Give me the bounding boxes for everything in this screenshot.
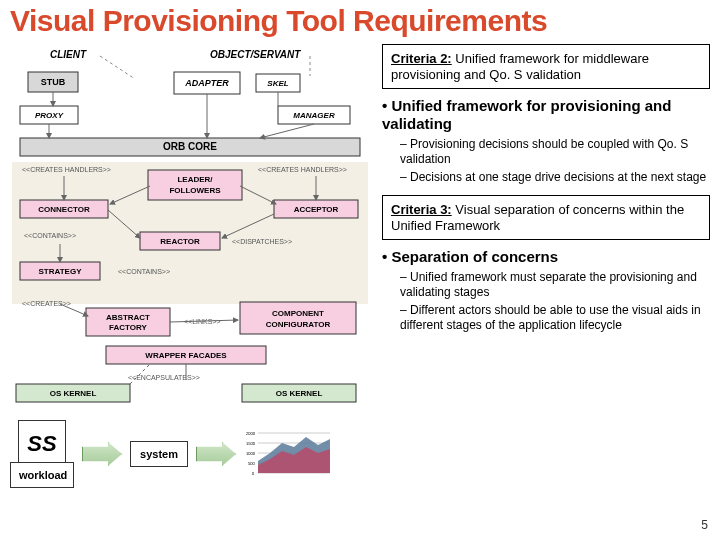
- svg-text:MANAGER: MANAGER: [293, 111, 335, 120]
- workload-callout: workload: [10, 462, 74, 488]
- criteria-3-label: Criteria 3:: [391, 202, 452, 217]
- svg-text:OS  KERNEL: OS KERNEL: [276, 389, 323, 398]
- mini-area-chart: 2000 1500 1000 500 0: [244, 427, 332, 481]
- ss-icon: SS: [18, 420, 66, 468]
- svg-text:<<CONTAINS>>: <<CONTAINS>>: [24, 232, 76, 239]
- svg-text:PROXY: PROXY: [35, 111, 64, 120]
- svg-text:500: 500: [248, 461, 255, 466]
- arrow-icon: [196, 442, 236, 466]
- svg-text:OS  KERNEL: OS KERNEL: [50, 389, 97, 398]
- svg-text:<<CREATES HANDLERS>>: <<CREATES HANDLERS>>: [258, 166, 347, 173]
- svg-text:2000: 2000: [246, 431, 256, 436]
- arrow-icon: [82, 442, 122, 466]
- svg-text:FOLLOWERS: FOLLOWERS: [169, 186, 221, 195]
- bullet-2-head: • Separation of concerns: [382, 248, 710, 266]
- svg-text:CONNECTOR: CONNECTOR: [38, 205, 90, 214]
- svg-line-58: [60, 304, 88, 316]
- svg-text:1500: 1500: [246, 441, 256, 446]
- svg-line-50: [260, 124, 314, 138]
- svg-text:ORB CORE: ORB CORE: [163, 141, 217, 152]
- svg-line-1: [100, 56, 135, 79]
- criteria-3-box: Criteria 3: Visual separation of concern…: [382, 195, 710, 240]
- svg-text:ABSTRACT: ABSTRACT: [106, 313, 150, 322]
- svg-text:STRATEGY: STRATEGY: [39, 267, 83, 276]
- svg-text:<<DISPATCHES>>: <<DISPATCHES>>: [232, 238, 292, 245]
- slide-title: Visual Provisioning Tool Requirements: [10, 4, 710, 38]
- svg-text:CONFIGURATOR: CONFIGURATOR: [266, 320, 331, 329]
- svg-text:<<CREATES HANDLERS>>: <<CREATES HANDLERS>>: [22, 166, 111, 173]
- label-client: CLIENT: [50, 49, 87, 60]
- svg-text:1000: 1000: [246, 451, 256, 456]
- bottom-flow: SS workload system 2000 1500 1000 500 0: [10, 420, 370, 488]
- svg-rect-36: [240, 302, 356, 334]
- bullet-2-subs: – Unified framework must separate the pr…: [400, 270, 710, 333]
- svg-text:COMPONENT: COMPONENT: [272, 309, 324, 318]
- svg-text:WRAPPER FACADES: WRAPPER FACADES: [145, 351, 227, 360]
- svg-text:STUB: STUB: [41, 77, 66, 87]
- bullet-1-head: • Unified framework for provisioning and…: [382, 97, 710, 133]
- svg-text:ACCEPTOR: ACCEPTOR: [294, 205, 339, 214]
- architecture-diagram: CLIENT OBJECT/SERVANT STUB ADAPTER SKEL …: [10, 44, 370, 408]
- svg-text:REACTOR: REACTOR: [160, 237, 200, 246]
- criteria-2-label: Criteria 2:: [391, 51, 452, 66]
- svg-text:SKEL: SKEL: [267, 79, 288, 88]
- label-object-servant: OBJECT/SERVANT: [210, 49, 301, 60]
- page-number: 5: [701, 518, 708, 532]
- svg-text:<<CONTAINS>>: <<CONTAINS>>: [118, 268, 170, 275]
- svg-text:FACTORY: FACTORY: [109, 323, 147, 332]
- svg-text:ADAPTER: ADAPTER: [184, 78, 229, 88]
- bullet-1-subs: – Provisioning decisions should be coupl…: [400, 137, 710, 185]
- svg-text:LEADER/: LEADER/: [177, 175, 213, 184]
- criteria-2-box: Criteria 2: Unified framework for middle…: [382, 44, 710, 89]
- system-callout: system: [130, 441, 188, 467]
